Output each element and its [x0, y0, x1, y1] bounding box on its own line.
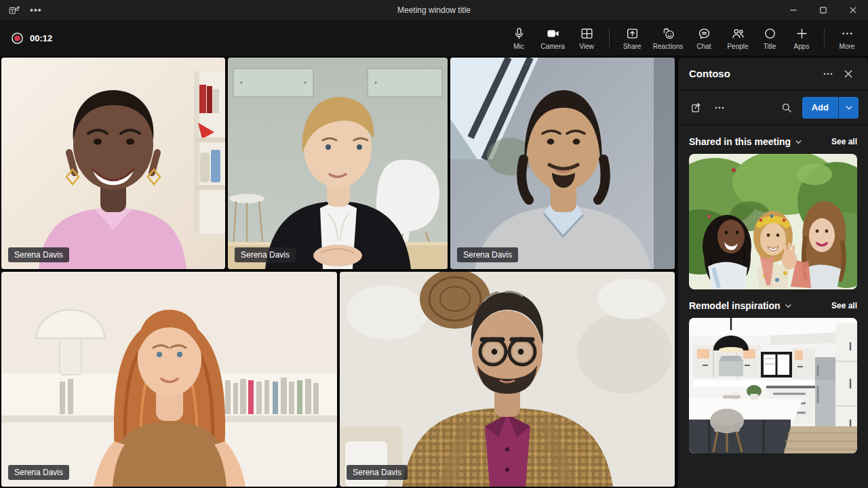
more-dots-icon — [840, 26, 854, 41]
contoso-app-panel: Contoso — [678, 58, 868, 488]
section-title-text: Remodel inspiration — [689, 300, 781, 311]
toolbar-divider — [609, 28, 610, 47]
share-button[interactable]: Share — [615, 21, 649, 55]
recording-dot-icon — [11, 32, 24, 45]
grid-view-icon — [580, 26, 594, 41]
participant-name-badge: Serena Davis — [347, 465, 408, 480]
view-button[interactable]: View — [570, 21, 604, 55]
toolbar-divider — [824, 28, 825, 47]
video-tile[interactable]: Serena Davis — [228, 58, 448, 269]
mic-label: Mic — [513, 43, 524, 50]
camera-icon — [546, 26, 560, 41]
section-header-remodel: Remodel inspiration See all — [689, 300, 857, 311]
recording-time: 00:12 — [30, 33, 52, 43]
chat-label: Chat — [696, 43, 711, 50]
participant-video-illustration — [228, 58, 448, 269]
more-dots-icon — [823, 68, 833, 79]
reactions-button[interactable]: Reactions — [649, 21, 687, 55]
shared-image-card[interactable] — [689, 154, 857, 289]
video-tile[interactable]: Serena Davis — [340, 272, 675, 487]
participant-name-badge: Serena Davis — [8, 247, 69, 262]
people-label: People — [727, 43, 748, 50]
title-label: Title — [764, 43, 776, 50]
plus-icon — [795, 26, 809, 41]
video-tile[interactable]: Serena Davis — [1, 272, 337, 487]
close-icon — [844, 69, 853, 79]
panel-overflow-button[interactable] — [709, 98, 730, 118]
chevron-down-icon — [785, 302, 792, 310]
share-screen-icon — [625, 26, 639, 41]
participant-name-badge: Serena Davis — [235, 247, 296, 262]
section-header-shared: Shared in this meeting See all — [689, 136, 857, 147]
share-forward-icon — [690, 101, 703, 114]
video-tile[interactable]: Serena Davis — [1, 58, 225, 269]
window-controls — [778, 0, 868, 20]
see-all-link[interactable]: See all — [831, 137, 857, 146]
panel-close-button[interactable] — [838, 64, 859, 84]
apps-button[interactable]: Apps — [785, 21, 818, 55]
add-dropdown-button[interactable] — [838, 97, 859, 119]
chat-button[interactable]: Chat — [687, 21, 721, 55]
recording-indicator: 00:12 — [11, 32, 52, 45]
chevron-down-icon — [795, 138, 802, 146]
see-all-link[interactable]: See all — [831, 301, 857, 310]
video-tile[interactable]: Serena Davis — [450, 58, 675, 269]
panel-share-button[interactable] — [686, 98, 707, 118]
titlebar: ••• Meeting window title — [0, 0, 868, 20]
people-icon — [731, 26, 745, 41]
panel-search-button[interactable] — [776, 98, 797, 118]
meeting-window: ••• Meeting window title 00:12 — [0, 0, 868, 488]
view-label: View — [579, 43, 594, 50]
reactions-icon — [661, 26, 675, 41]
mic-icon — [512, 26, 526, 41]
section-title-text: Shared in this meeting — [689, 136, 791, 147]
participant-name-badge: Serena Davis — [457, 247, 518, 262]
search-icon — [781, 102, 793, 114]
panel-header: Contoso — [678, 58, 868, 90]
kitchen-photo — [689, 318, 857, 453]
mic-button[interactable]: Mic — [502, 21, 536, 55]
maximize-button[interactable] — [808, 0, 838, 20]
panel-action-bar: Add — [678, 90, 868, 125]
chevron-down-icon — [845, 104, 853, 112]
camera-label: Camera — [540, 43, 565, 50]
close-button[interactable] — [838, 0, 868, 20]
friends-outdoors-photo — [689, 154, 857, 289]
minimize-button[interactable] — [778, 0, 808, 20]
camera-button[interactable]: Camera — [536, 21, 570, 55]
section-title[interactable]: Shared in this meeting — [689, 136, 831, 147]
more-dots-icon — [714, 102, 725, 113]
apps-label: Apps — [794, 43, 810, 50]
share-label: Share — [623, 43, 642, 50]
participant-name-badge: Serena Davis — [8, 465, 69, 480]
more-button[interactable]: More — [830, 21, 864, 55]
circle-icon — [763, 26, 777, 41]
more-label: More — [840, 43, 855, 50]
participant-video-illustration — [450, 58, 675, 269]
panel-more-button[interactable] — [818, 64, 838, 84]
add-button[interactable]: Add — [802, 97, 838, 119]
reactions-label: Reactions — [653, 43, 683, 50]
participant-video-illustration — [340, 272, 675, 487]
remodel-image-card[interactable] — [689, 318, 857, 453]
people-button[interactable]: People — [721, 21, 755, 55]
participant-video-illustration — [1, 272, 337, 487]
section-title[interactable]: Remodel inspiration — [689, 300, 831, 311]
add-split-button: Add — [802, 97, 859, 119]
meeting-toolbar: 00:12 Mic Camera — [0, 20, 868, 56]
participant-video-illustration — [1, 58, 225, 269]
panel-title: Contoso — [689, 68, 818, 79]
panel-content: Shared in this meeting See all — [678, 125, 868, 488]
window-title: Meeting window title — [0, 5, 868, 15]
title-button[interactable]: Title — [755, 21, 785, 55]
chat-icon — [697, 26, 711, 41]
toolbar-buttons: Mic Camera View — [502, 20, 864, 56]
